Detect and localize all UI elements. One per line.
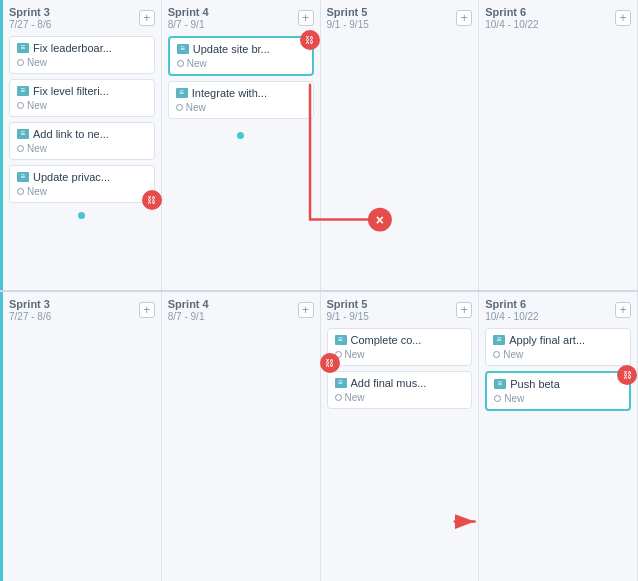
sprint-dates: 10/4 - 10/22 — [485, 311, 538, 322]
sprint-title-label: Sprint 3 7/27 - 8/6 — [9, 6, 51, 30]
sprint-title-label: Sprint 4 8/7 - 9/1 — [168, 298, 209, 322]
sprint-name: Sprint 3 — [9, 298, 51, 311]
status-dot — [494, 395, 501, 402]
link-badge[interactable]: ⛓ — [320, 353, 340, 373]
card-type-icon — [176, 88, 188, 98]
sprint-name: Sprint 5 — [327, 298, 369, 311]
sprint-header: Sprint 6 10/4 - 10/22 + — [485, 298, 631, 322]
sprint-name: Sprint 6 — [485, 6, 538, 19]
card-title: Add final mus... — [335, 377, 465, 389]
board: Sprint 3 7/27 - 8/6 + Fix leaderboar... … — [0, 0, 638, 581]
status-label: New — [345, 349, 365, 360]
bottom-sprint-3: Sprint 3 7/27 - 8/6 + — [0, 292, 162, 582]
card-title: Update site br... — [177, 43, 305, 55]
card-status: New — [335, 349, 465, 360]
link-badge-push-beta[interactable]: ⛓ — [617, 365, 637, 385]
card-update-privacy[interactable]: Update privac... New ⛓ — [9, 165, 155, 203]
sprint-add-button[interactable]: + — [456, 302, 472, 318]
card-complete-co[interactable]: Complete co... New ⛓ — [327, 328, 473, 366]
sprint-header: Sprint 4 8/7 - 9/1 + — [168, 298, 314, 322]
sprint-dates: 7/27 - 8/6 — [9, 311, 51, 322]
card-integrate[interactable]: Integrate with... New — [168, 81, 314, 119]
card-text: Apply final art... — [509, 334, 585, 346]
card-type-icon — [17, 129, 29, 139]
status-label: New — [27, 100, 47, 111]
card-type-icon — [177, 44, 189, 54]
card-title: Integrate with... — [176, 87, 306, 99]
sprint-add-button[interactable]: + — [139, 302, 155, 318]
status-dot — [493, 351, 500, 358]
sprint-header: Sprint 4 8/7 - 9/1 + — [168, 6, 314, 30]
sprint-header: Sprint 3 7/27 - 8/6 + — [9, 6, 155, 30]
card-add-link[interactable]: Add link to ne... New — [9, 122, 155, 160]
status-dot — [335, 394, 342, 401]
sprint-header: Sprint 5 9/1 - 9/15 + — [327, 298, 473, 322]
card-status: New — [17, 186, 147, 197]
sprint-add-button[interactable]: + — [139, 10, 155, 26]
scroll-indicator — [237, 132, 244, 139]
card-type-icon — [335, 335, 347, 345]
sprint-dates: 8/7 - 9/1 — [168, 19, 209, 30]
link-badge[interactable]: ⛓ — [142, 190, 162, 210]
card-update-site[interactable]: Update site br... New ⛓ — [168, 36, 314, 76]
status-dot — [176, 104, 183, 111]
card-title: Fix leaderboar... — [17, 42, 147, 54]
card-type-icon — [17, 86, 29, 96]
sprint-add-button[interactable]: + — [456, 10, 472, 26]
sprint-title-label: Sprint 4 8/7 - 9/1 — [168, 6, 209, 30]
status-label: New — [503, 349, 523, 360]
card-type-icon — [494, 379, 506, 389]
top-sprint-3: Sprint 3 7/27 - 8/6 + Fix leaderboar... … — [0, 0, 162, 290]
link-badge[interactable]: ⛓ — [300, 30, 320, 50]
card-push-beta[interactable]: Push beta New ⛓ — [485, 371, 631, 411]
sprint-header: Sprint 3 7/27 - 8/6 + — [9, 298, 155, 322]
bottom-sprint-5: Sprint 5 9/1 - 9/15 + Complete co... New… — [321, 292, 480, 582]
card-text: Add final mus... — [351, 377, 427, 389]
sprint-add-button[interactable]: + — [615, 10, 631, 26]
top-sprint-6: Sprint 6 10/4 - 10/22 + — [479, 0, 638, 290]
status-label: New — [345, 392, 365, 403]
sprint-add-button[interactable]: + — [298, 302, 314, 318]
sprint-name: Sprint 4 — [168, 6, 209, 19]
card-title: Apply final art... — [493, 334, 623, 346]
card-text: Update site br... — [193, 43, 270, 55]
status-label: New — [27, 57, 47, 68]
card-status: New — [17, 57, 147, 68]
status-label: New — [504, 393, 524, 404]
card-add-final-mus[interactable]: Add final mus... New — [327, 371, 473, 409]
card-status: New — [177, 58, 305, 69]
card-text: Integrate with... — [192, 87, 267, 99]
sprint-dates: 9/1 - 9/15 — [327, 311, 369, 322]
card-title: Push beta — [494, 378, 622, 390]
top-sprint-4: Sprint 4 8/7 - 9/1 + Update site br... N… — [162, 0, 321, 290]
card-text: Push beta — [510, 378, 560, 390]
card-type-icon — [17, 43, 29, 53]
bottom-sprint-6: Sprint 6 10/4 - 10/22 + Apply final art.… — [479, 292, 638, 582]
card-status: New — [17, 143, 147, 154]
scroll-indicator — [78, 212, 85, 219]
status-dot — [177, 60, 184, 67]
top-section: Sprint 3 7/27 - 8/6 + Fix leaderboar... … — [0, 0, 638, 292]
sprint-header: Sprint 5 9/1 - 9/15 + — [327, 6, 473, 30]
status-label: New — [187, 58, 207, 69]
card-fix-level[interactable]: Fix level filteri... New — [9, 79, 155, 117]
card-fix-leaderboard[interactable]: Fix leaderboar... New — [9, 36, 155, 74]
card-type-icon — [493, 335, 505, 345]
sprint-add-button[interactable]: + — [298, 10, 314, 26]
status-dot — [17, 188, 24, 195]
card-apply-final-art[interactable]: Apply final art... New — [485, 328, 631, 366]
sprint-title-label: Sprint 6 10/4 - 10/22 — [485, 298, 538, 322]
card-status: New — [494, 393, 622, 404]
sprint-dates: 8/7 - 9/1 — [168, 311, 209, 322]
card-type-icon — [335, 378, 347, 388]
sprint-name: Sprint 5 — [327, 6, 369, 19]
card-text: Fix leaderboar... — [33, 42, 112, 54]
sprint-add-button[interactable]: + — [615, 302, 631, 318]
card-title: Complete co... — [335, 334, 465, 346]
sprint-title-label: Sprint 5 9/1 - 9/15 — [327, 298, 369, 322]
status-dot — [17, 59, 24, 66]
sprint-title-label: Sprint 5 9/1 - 9/15 — [327, 6, 369, 30]
sprint-name: Sprint 6 — [485, 298, 538, 311]
status-label: New — [27, 186, 47, 197]
card-title: Update privac... — [17, 171, 147, 183]
